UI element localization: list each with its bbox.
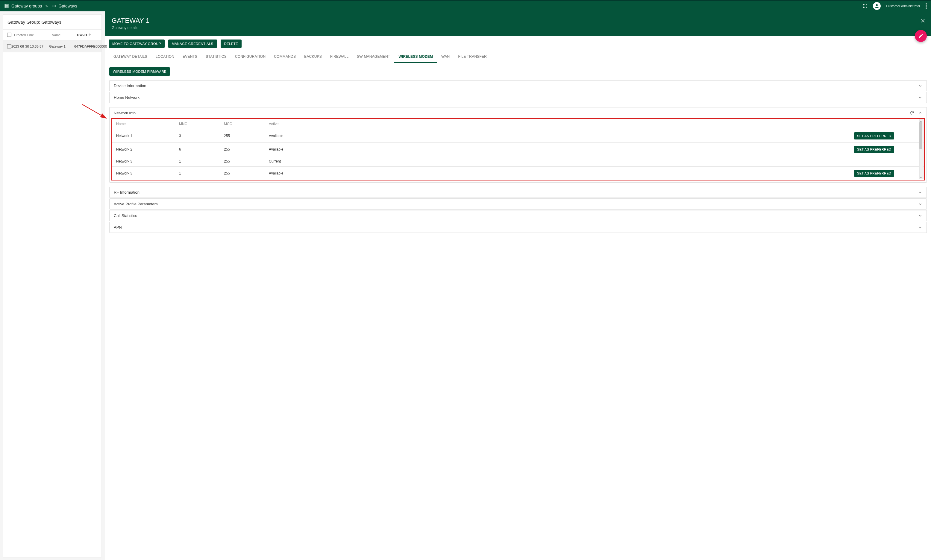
- detail-body: MOVE TO GATEWAY GROUP MANAGE CREDENTIALS…: [105, 36, 931, 236]
- col-header-name[interactable]: Name: [52, 33, 77, 37]
- svg-point-6: [54, 6, 54, 6]
- net-active: Current: [269, 159, 854, 163]
- row-checkbox[interactable]: [7, 44, 11, 48]
- close-icon[interactable]: [920, 18, 926, 25]
- network-info-highlight-box: Name MNC MCC Active Network 13255Availab…: [111, 118, 925, 180]
- col-header-gwid-label: GW-ID: [77, 33, 87, 37]
- move-to-group-button[interactable]: MOVE TO GATEWAY GROUP: [109, 40, 165, 48]
- panel-network-info-label: Network Info: [114, 111, 135, 115]
- net-mnc: 6: [179, 147, 224, 151]
- net-mnc: 1: [179, 159, 224, 163]
- svg-point-9: [926, 3, 927, 5]
- col-header-net-mcc: MCC: [224, 122, 269, 126]
- gateway-group-title: Gateway Group: Gateways: [3, 15, 102, 30]
- delete-button[interactable]: DELETE: [221, 40, 242, 48]
- refresh-icon[interactable]: [910, 111, 914, 115]
- col-header-net-name: Name: [116, 122, 179, 126]
- svg-point-8: [876, 4, 878, 6]
- more-menu-icon[interactable]: [926, 3, 927, 9]
- chevron-down-icon: [918, 214, 922, 218]
- tab-backups[interactable]: BACKUPS: [300, 51, 326, 63]
- edit-fab-button[interactable]: [915, 30, 927, 42]
- page-title: GATEWAY 1: [112, 17, 925, 25]
- col-header-net-mnc: MNC: [179, 122, 224, 126]
- panel-call-statistics[interactable]: Call Statistics: [109, 210, 927, 221]
- tab-events[interactable]: EVENTS: [179, 51, 202, 63]
- set-as-preferred-button[interactable]: SET AS PREFERRED: [854, 146, 894, 153]
- left-column: Gateway Group: Gateways Created Time Nam…: [0, 11, 105, 560]
- panel-apn-label: APN: [114, 225, 122, 229]
- user-avatar-icon[interactable]: [873, 2, 881, 10]
- tab-statistics[interactable]: STATISTICS: [202, 51, 231, 63]
- breadcrumb-gateway-groups-label: Gateway groups: [11, 4, 42, 8]
- panel-home-network[interactable]: Home Network: [109, 92, 927, 103]
- net-active: Available: [269, 147, 854, 151]
- chevron-down-icon: [918, 202, 922, 206]
- panel-apn[interactable]: APN: [109, 222, 927, 233]
- svg-point-3: [5, 7, 6, 7]
- main-shell: Gateway Group: Gateways Created Time Nam…: [0, 11, 931, 560]
- gateway-list-row[interactable]: 2023-06-30 13:35:57Gateway 1647FDAFFFE00…: [3, 40, 102, 52]
- panel-rf-information-label: RF Information: [114, 190, 140, 195]
- tab-file-transfer[interactable]: FILE TRANSFER: [454, 51, 491, 63]
- panel-call-statistics-label: Call Statistics: [114, 214, 137, 218]
- network-info-row: Network 26255AvailableSET AS PREFERRED: [112, 143, 924, 156]
- network-info-table: Name MNC MCC Active Network 13255Availab…: [112, 119, 924, 180]
- panel-device-information[interactable]: Device Information: [109, 80, 927, 91]
- net-name: Network 1: [116, 134, 179, 138]
- page-subtitle: Gateway details: [112, 26, 925, 30]
- scroll-thumb[interactable]: [919, 122, 922, 149]
- chevron-up-icon: [918, 111, 922, 115]
- set-as-preferred-button[interactable]: SET AS PREFERRED: [854, 170, 894, 177]
- set-as-preferred-button[interactable]: SET AS PREFERRED: [854, 132, 894, 140]
- panel-rf-information[interactable]: RF Information: [109, 187, 927, 198]
- network-info-row: Network 31255Current: [112, 156, 924, 167]
- top-bar: Gateway groups > Gateways Customer admin…: [0, 0, 931, 11]
- breadcrumb-gateways[interactable]: Gateways: [51, 4, 77, 8]
- net-active: Available: [269, 171, 854, 175]
- user-role-label: Customer administrator: [886, 4, 920, 8]
- chevron-down-icon: [918, 95, 922, 100]
- manage-credentials-button[interactable]: MANAGE CREDENTIALS: [168, 40, 217, 48]
- tab-location[interactable]: LOCATION: [151, 51, 179, 63]
- net-action-cell: SET AS PREFERRED: [854, 146, 914, 153]
- net-name: Network 3: [116, 159, 179, 163]
- subaction-row: WIRELESS MODEM FIRMWARE: [108, 63, 929, 79]
- wireless-modem-firmware-button[interactable]: WIRELESS MODEM FIRMWARE: [109, 67, 170, 76]
- chevron-down-icon: [918, 190, 922, 195]
- panel-network-info-header[interactable]: Network Info: [109, 108, 926, 118]
- net-action-cell: SET AS PREFERRED: [854, 170, 914, 177]
- panel-network-info: Network Info Name MNC: [109, 107, 927, 183]
- network-info-row: Network 13255AvailableSET AS PREFERRED: [112, 129, 924, 143]
- scroll-down-icon[interactable]: ▾: [919, 176, 922, 179]
- net-mcc: 255: [224, 171, 269, 175]
- svg-point-10: [926, 5, 927, 6]
- row-created: 2023-06-30 13:35:57: [11, 45, 49, 48]
- tab-wireless-modem[interactable]: WIRELESS MODEM: [394, 51, 437, 63]
- tab-commands[interactable]: COMMANDS: [270, 51, 300, 63]
- tab-gateway-details[interactable]: GATEWAY DETAILS: [109, 51, 151, 63]
- fullscreen-icon[interactable]: [863, 4, 868, 8]
- col-header-gwid[interactable]: GW-ID: [77, 33, 98, 37]
- tab-configuration[interactable]: CONFIGURATION: [231, 51, 270, 63]
- net-mcc: 255: [224, 134, 269, 138]
- net-action-cell: SET AS PREFERRED: [854, 132, 914, 140]
- tab-firewall[interactable]: FIREWALL: [326, 51, 352, 63]
- right-column: GATEWAY 1 Gateway details MOVE TO GATEWA…: [105, 11, 931, 560]
- network-info-scrollbar[interactable]: ▴ ▾: [919, 119, 923, 179]
- tab-wan[interactable]: WAN: [437, 51, 454, 63]
- breadcrumb-gateway-groups[interactable]: Gateway groups: [4, 4, 42, 8]
- topbar-right: Customer administrator: [863, 2, 927, 10]
- net-name: Network 2: [116, 147, 179, 151]
- col-header-net-active: Active: [269, 122, 854, 126]
- gateway-group-card: Gateway Group: Gateways Created Time Nam…: [3, 14, 102, 557]
- left-table-rows: 2023-06-30 13:35:57Gateway 1647FDAFFFE00…: [3, 40, 102, 52]
- tab-sw-management[interactable]: SW MANAGEMENT: [352, 51, 394, 63]
- svg-point-11: [926, 8, 927, 9]
- detail-header: GATEWAY 1 Gateway details: [105, 11, 931, 36]
- select-all-checkbox[interactable]: [7, 32, 11, 37]
- net-mnc: 1: [179, 171, 224, 175]
- col-header-created[interactable]: Created Time: [14, 33, 52, 37]
- panel-active-profile[interactable]: Active Profile Parameters: [109, 198, 927, 209]
- breadcrumb-gateways-label: Gateways: [58, 4, 77, 8]
